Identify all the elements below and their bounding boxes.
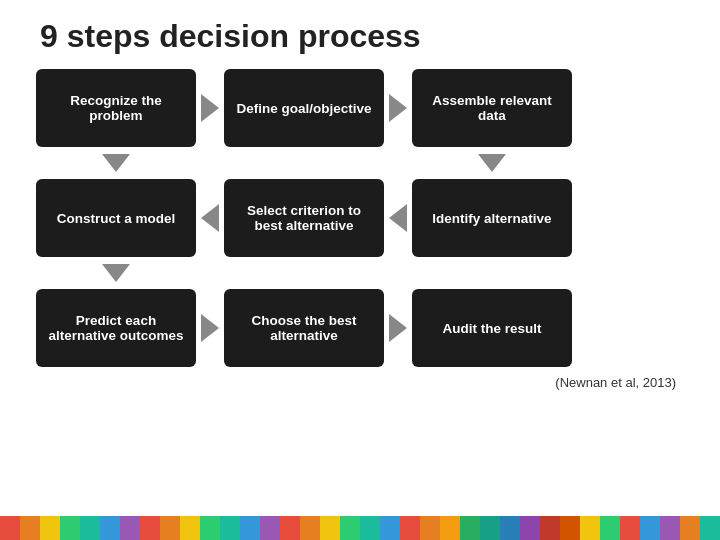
arrow-d-c3-1 xyxy=(478,154,506,172)
arrow-r1-1 xyxy=(201,94,219,122)
box-r3c2: Choose the best alternative xyxy=(224,289,384,367)
arrow-r3-2 xyxy=(389,314,407,342)
pixel-strip xyxy=(0,516,720,540)
box-r2c1: Construct a model xyxy=(36,179,196,257)
flow-grid: Recognize the problem Define goal/object… xyxy=(0,65,720,367)
arrow-d-c1-1 xyxy=(102,154,130,172)
box-r1c1: Recognize the problem xyxy=(36,69,196,147)
box-r3c1: Predict each alternative outcomes xyxy=(36,289,196,367)
arrow-r1-2 xyxy=(389,94,407,122)
arrow-r3-1 xyxy=(201,314,219,342)
box-r1c2: Define goal/objective xyxy=(224,69,384,147)
box-r2c2: Select criterion to best alternative xyxy=(224,179,384,257)
citation: (Newnan et al, 2013) xyxy=(0,367,720,390)
arrow-d-c1-2 xyxy=(102,264,130,282)
box-r1c3: Assemble relevant data xyxy=(412,69,572,147)
page-title: 9 steps decision process xyxy=(0,0,720,65)
box-r2c3: Identify alternative xyxy=(412,179,572,257)
arrow-l2-2 xyxy=(389,204,407,232)
arrow-l2-1 xyxy=(201,204,219,232)
box-r3c3: Audit the result xyxy=(412,289,572,367)
